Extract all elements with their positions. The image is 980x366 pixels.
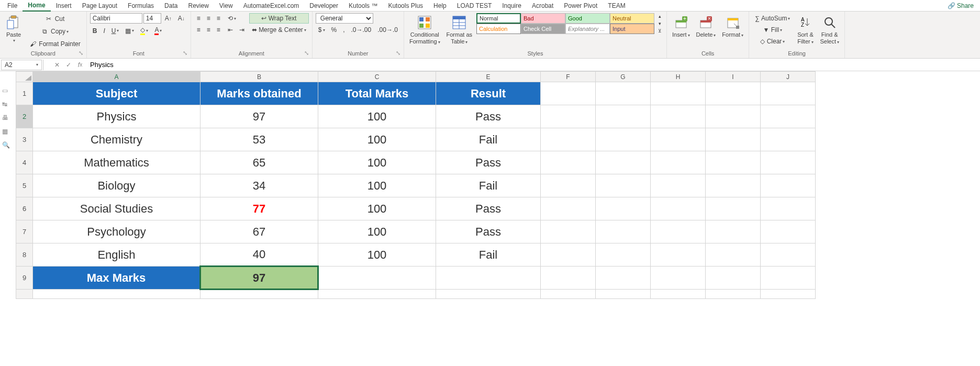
cell[interactable]: [596, 267, 651, 290]
cell-A8[interactable]: English: [33, 243, 201, 267]
cell[interactable]: [436, 290, 541, 299]
cell[interactable]: [651, 243, 706, 267]
align-middle-button[interactable]: ≡: [204, 13, 213, 24]
font-color-button[interactable]: A▾: [152, 25, 164, 37]
select-all-cell[interactable]: [16, 72, 33, 82]
cell[interactable]: [761, 128, 816, 151]
cell[interactable]: [596, 197, 651, 220]
cell-E5[interactable]: Fail: [436, 174, 541, 197]
increase-indent-button[interactable]: ⇥: [237, 25, 247, 35]
cell[interactable]: [318, 290, 436, 299]
comma-button[interactable]: ,: [340, 25, 347, 35]
cell[interactable]: [541, 128, 596, 151]
cell[interactable]: [651, 174, 706, 197]
align-left-button[interactable]: ≡: [194, 25, 203, 35]
font-launcher[interactable]: ⤡: [183, 50, 187, 57]
tab-review[interactable]: Review: [183, 1, 214, 11]
cell[interactable]: [706, 220, 761, 243]
cell[interactable]: [706, 128, 761, 151]
cell-A3[interactable]: Chemistry: [33, 128, 201, 151]
style-good[interactable]: Good: [565, 13, 610, 24]
style-input[interactable]: Input: [610, 24, 654, 34]
tab-pagelayout[interactable]: Page Layout: [77, 1, 122, 11]
wrap-text-button[interactable]: ↩ Wrap Text: [249, 13, 309, 24]
row-head-10[interactable]: [16, 290, 33, 299]
name-box[interactable]: A2▾: [1, 60, 42, 70]
autosum-button[interactable]: ∑ AutoSum▾: [752, 13, 793, 24]
border-button[interactable]: ▦▾: [122, 26, 137, 36]
cell[interactable]: [541, 197, 596, 220]
cell-E2[interactable]: Pass: [436, 105, 541, 128]
cell-C8[interactable]: 100: [318, 243, 436, 267]
cell-B1[interactable]: Marks obtained: [201, 82, 318, 105]
cell-A5[interactable]: Biology: [33, 174, 201, 197]
sort-filter-button[interactable]: AZSort &Filter▾: [795, 13, 816, 46]
tab-developer[interactable]: Developer: [304, 1, 343, 11]
cell[interactable]: [651, 151, 706, 174]
row-head-2[interactable]: 2: [16, 105, 33, 128]
cell-B9[interactable]: 97: [201, 267, 318, 290]
styles-scroll-up[interactable]: ▴: [656, 13, 663, 19]
font-size-input[interactable]: [143, 13, 161, 24]
format-painter-button[interactable]: 🖌 Format Painter: [26, 38, 83, 50]
cell-C7[interactable]: 100: [318, 220, 436, 243]
conditional-formatting-button[interactable]: Conditional Formatting▾: [407, 13, 442, 46]
fill-color-button[interactable]: ◇▾: [138, 25, 151, 37]
cell[interactable]: [761, 174, 816, 197]
cell[interactable]: [761, 267, 816, 290]
cell[interactable]: [541, 243, 596, 267]
row-head-1[interactable]: 1: [16, 82, 33, 105]
align-bottom-button[interactable]: ≡: [214, 13, 223, 24]
cell[interactable]: [706, 290, 761, 299]
cell[interactable]: [596, 82, 651, 105]
share-button[interactable]: 🔗 Share: [943, 1, 978, 11]
row-head-5[interactable]: 5: [16, 174, 33, 197]
underline-button[interactable]: U▾: [109, 26, 122, 36]
col-head-H[interactable]: H: [651, 72, 706, 82]
cell[interactable]: [651, 128, 706, 151]
col-head-B[interactable]: B: [201, 72, 318, 82]
cell[interactable]: [541, 290, 596, 299]
cell[interactable]: [596, 243, 651, 267]
tab-team[interactable]: TEAM: [603, 1, 630, 11]
cell[interactable]: [651, 290, 706, 299]
cell-B3[interactable]: 53: [201, 128, 318, 151]
row-head-9[interactable]: 9: [16, 267, 33, 290]
tab-loadtest[interactable]: LOAD TEST: [452, 1, 497, 11]
col-head-A[interactable]: A: [33, 72, 201, 82]
row-head-4[interactable]: 4: [16, 151, 33, 174]
cell-A2[interactable]: Physics: [33, 105, 201, 128]
cell-C9[interactable]: [318, 267, 436, 290]
cell[interactable]: [541, 151, 596, 174]
cut-button[interactable]: ✂ Cut: [26, 13, 83, 25]
cell-E9[interactable]: [436, 267, 541, 290]
cell[interactable]: [761, 243, 816, 267]
tab-powerpivot[interactable]: Power Pivot: [559, 1, 603, 11]
cell[interactable]: [761, 82, 816, 105]
format-as-table-button[interactable]: Format as Table▾: [444, 13, 475, 46]
cell-B8[interactable]: 40: [201, 243, 318, 267]
cell[interactable]: [761, 197, 816, 220]
cell[interactable]: [651, 267, 706, 290]
tab-kutoolsplus[interactable]: Kutools Plus: [383, 1, 428, 11]
cell-B2[interactable]: 97: [201, 105, 318, 128]
fx-button[interactable]: fx: [74, 59, 86, 71]
cell[interactable]: [761, 105, 816, 128]
sidebar-icon-4[interactable]: ▦: [2, 128, 14, 135]
cell-B6[interactable]: 77: [201, 197, 318, 220]
cell[interactable]: [33, 290, 201, 299]
tab-acrobat[interactable]: Acrobat: [527, 1, 559, 11]
col-head-I[interactable]: I: [706, 72, 761, 82]
cell[interactable]: [706, 243, 761, 267]
col-head-E[interactable]: E: [436, 72, 541, 82]
increase-decimal-button[interactable]: .0→.00: [349, 25, 374, 35]
style-explanatory[interactable]: Explanatory ...: [565, 24, 610, 34]
tab-formulas[interactable]: Formulas: [122, 1, 159, 11]
cell[interactable]: [706, 197, 761, 220]
cell-A1[interactable]: Subject: [33, 82, 201, 105]
cell-C3[interactable]: 100: [318, 128, 436, 151]
sidebar-icon-1[interactable]: ▭: [2, 87, 14, 94]
cell-C6[interactable]: 100: [318, 197, 436, 220]
orientation-button[interactable]: ⟲▾: [225, 13, 239, 24]
insert-cells-button[interactable]: +Insert▾: [670, 13, 692, 39]
